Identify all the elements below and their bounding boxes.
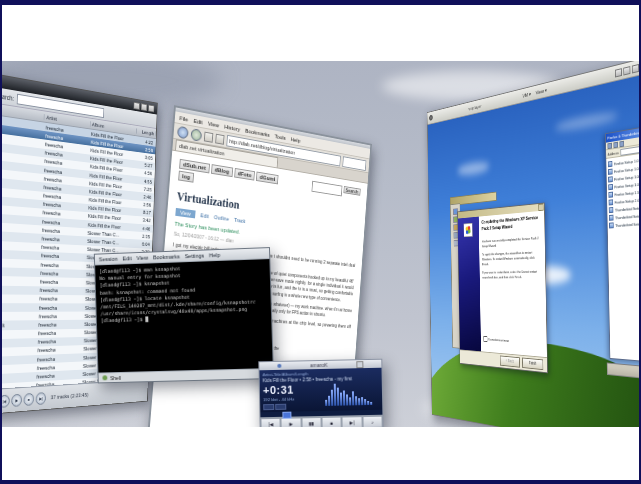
vmplayer-power-icon[interactable]	[429, 115, 432, 121]
tab-view[interactable]: View	[175, 208, 195, 218]
minimize-button[interactable]	[615, 68, 622, 77]
konsole-menu-item[interactable]: Bookmarks	[153, 253, 180, 260]
track-artist: freescha	[37, 321, 83, 327]
explorer-window[interactable]: Firefox & Thunderbird Address Firefox Se…	[605, 127, 639, 362]
browser-menu-item[interactable]: Help	[290, 136, 300, 143]
analyzer-bar	[337, 388, 339, 406]
browser-menu-item[interactable]: Edit	[193, 117, 203, 125]
site-nav-link[interactable]: dFoto	[234, 168, 255, 181]
shell-tab[interactable]: Shell	[110, 374, 121, 380]
track-artist: freescha	[37, 313, 83, 319]
finish-button[interactable]: Finish	[522, 358, 543, 371]
player-control-button[interactable]: ▶	[281, 417, 302, 427]
player-control-button[interactable]: |◀	[260, 418, 281, 427]
browser-menu-item[interactable]: Tools	[275, 133, 287, 141]
player-control-button[interactable]: ♪	[362, 416, 383, 427]
reload-icon[interactable]	[204, 131, 213, 142]
vmplayer-menu-item[interactable]: VM ▾	[522, 91, 530, 99]
track-artist: freescha	[36, 338, 82, 345]
transport-button[interactable]: ▶	[11, 393, 22, 406]
track-title: Hooves	[2, 259, 39, 268]
analyzer-bar	[364, 399, 366, 405]
terminal-output[interactable]: [dland@f113 ~]$ man ksnapshotNo manual e…	[95, 259, 273, 373]
analyzer-bar	[355, 396, 357, 405]
setup-file-icon	[608, 192, 613, 198]
vmplayer-window[interactable]: vmplayer VM ▾View ▾ Completing the Windo…	[427, 61, 639, 427]
vmplayer-menu-item[interactable]: View ▾	[536, 87, 547, 96]
transport-button[interactable]: |◀	[2, 394, 10, 407]
konsole-menu-item[interactable]: Edit	[122, 255, 131, 261]
back-icon[interactable]	[607, 142, 612, 148]
bliss-cloud	[457, 160, 489, 176]
maximize-button[interactable]	[623, 66, 630, 75]
konsole-menu-item[interactable]: Settings	[185, 253, 205, 260]
track-title: nable Love	[2, 268, 39, 276]
player-control-button[interactable]: ▶|	[342, 416, 363, 427]
close-button[interactable]	[632, 63, 639, 73]
setup-file-icon	[609, 222, 614, 228]
konsole-window[interactable]: SessionEditViewBookmarksSettingsHelp [dl…	[94, 247, 274, 383]
amarok-player-window[interactable]: amaroK Artist-Title/Album/Length Kids Fi…	[258, 359, 383, 427]
close-button[interactable]	[148, 104, 154, 112]
track-length: 8:27	[133, 209, 152, 216]
do-not-restart-checkbox[interactable]: Do not restart now	[483, 336, 543, 346]
up-icon[interactable]	[619, 140, 624, 147]
vmplayer-title: vmplayer	[468, 103, 481, 111]
spectrum-analyzer[interactable]	[325, 379, 380, 406]
seek-knob[interactable]	[282, 412, 291, 419]
tab-outline[interactable]: Outline	[214, 214, 229, 222]
minimize-button[interactable]	[134, 102, 140, 110]
transport-button[interactable]: ■	[23, 392, 34, 405]
forward-icon[interactable]	[613, 141, 618, 148]
back-button[interactable]: < Back	[500, 355, 520, 367]
analyzer-bar	[370, 402, 372, 405]
track-artist: freescha	[36, 330, 82, 337]
back-icon[interactable]	[177, 125, 189, 139]
wizard-paragraph: To apply the changes, the wizard has to …	[482, 250, 542, 267]
site-search-input[interactable]	[311, 181, 342, 197]
checkbox-icon[interactable]	[483, 336, 487, 342]
forward-icon[interactable]	[191, 128, 203, 142]
konsole-menu-item[interactable]: Help	[209, 252, 220, 258]
player-control-button[interactable]: ▮▮	[301, 417, 322, 427]
wizard-paragraph: If you want to restart later, select the…	[482, 269, 542, 280]
setup-file-icon	[609, 215, 614, 221]
page-bottom-border	[0, 480, 641, 484]
track-title: Day Morning	[2, 277, 39, 284]
browser-menu-item[interactable]: View	[208, 120, 220, 128]
vmplayer-menus: VM ▾View ▾	[522, 87, 546, 99]
konsole-menu-item[interactable]: View	[136, 255, 148, 261]
column-length[interactable]: Length	[137, 128, 156, 136]
tab-track[interactable]: Track	[234, 217, 246, 224]
site-nav-link[interactable]: dGuml	[256, 172, 279, 185]
wizard-paragraph: You have successfully completed the Serv…	[482, 236, 542, 249]
tab-edit[interactable]: Edit	[200, 212, 209, 219]
konsole-menu-item[interactable]: Session	[99, 256, 118, 263]
transport-button[interactable]: ▶|	[36, 392, 47, 405]
site-search: Search	[310, 181, 360, 208]
site-nav-link[interactable]: dBlog	[211, 164, 233, 177]
xp-desktop[interactable]: Completing the Windows XP Service Pack 2…	[428, 75, 639, 427]
file-item[interactable]: Thunderbird Setup 2.0	[609, 219, 639, 229]
maximize-button[interactable]	[141, 103, 147, 111]
analyzer-bar	[349, 397, 351, 405]
track-artist: freescha	[38, 287, 84, 293]
home-icon[interactable]	[215, 133, 224, 144]
track-artist: freescha	[37, 305, 83, 311]
transport-controls: |◀▶■▶|	[2, 392, 46, 408]
site-nav-link[interactable]: log	[178, 171, 194, 183]
analyzer-bar	[352, 391, 354, 405]
analyzer-bar	[367, 401, 369, 405]
browser-menu-item[interactable]: History	[224, 123, 240, 132]
sp2-setup-wizard-dialog[interactable]: Completing the Windows XP Service Pack 2…	[457, 203, 548, 374]
browser-menu-item[interactable]: File	[179, 115, 188, 122]
site-search-button[interactable]: Search	[343, 186, 361, 196]
analyzer-bar	[358, 398, 360, 405]
track-length: 2:35	[133, 233, 152, 239]
track-length: 3:42	[133, 217, 152, 224]
track-artist: freescha	[39, 262, 85, 269]
track-length: 6:04	[132, 241, 151, 247]
close-icon[interactable]	[357, 361, 364, 368]
player-control-button[interactable]: ■	[321, 417, 342, 427]
file-name: Thunderbird Setup 2.0	[615, 221, 639, 228]
